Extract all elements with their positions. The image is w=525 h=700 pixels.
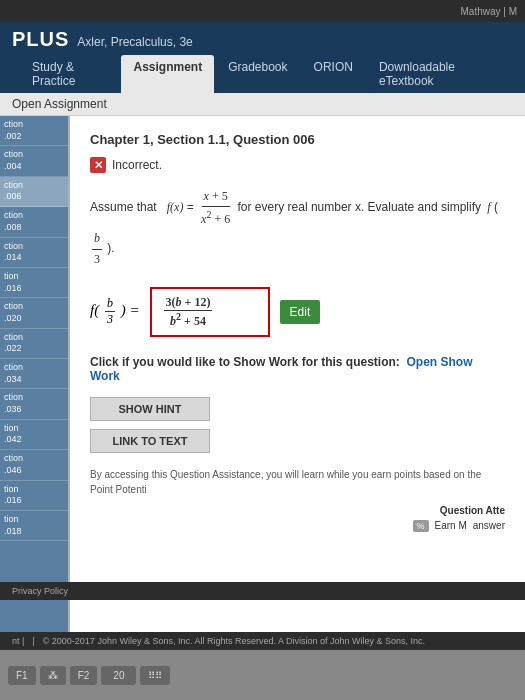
- equals-sign: =: [187, 200, 197, 214]
- answer-den: b2 + 54: [168, 311, 208, 329]
- header: PLUS Axler, Precalculus, 3e Study & Prac…: [0, 22, 525, 93]
- logo: PLUS: [12, 28, 69, 51]
- sidebar-item-14[interactable]: tion.018: [0, 511, 68, 541]
- header-subtitle: Axler, Precalculus, 3e: [77, 33, 192, 55]
- nav-assignment[interactable]: Assignment: [121, 55, 214, 93]
- paren-open: (: [494, 200, 498, 214]
- assume-text: Assume that: [90, 200, 163, 214]
- incorrect-banner: ✕ Incorrect.: [90, 157, 505, 173]
- link-to-text-button[interactable]: LINK TO TEXT: [90, 429, 210, 453]
- answer-label-fraction: b 3: [105, 296, 115, 327]
- eval-den: 3: [92, 250, 102, 269]
- key-f1[interactable]: F1: [8, 666, 36, 685]
- nav-orion[interactable]: ORION: [302, 55, 365, 93]
- earn-label: Earn M: [435, 520, 467, 531]
- frac-denominator: x2 + 6: [199, 207, 232, 229]
- question-attr: Question Atte: [90, 505, 505, 516]
- frac-numerator: x + 5: [202, 187, 230, 207]
- pct-badge: %: [413, 520, 429, 532]
- eval-num: b: [92, 229, 102, 249]
- sidebar-item-13[interactable]: tion.016: [0, 481, 68, 511]
- nav-study-practice[interactable]: Study & Practice: [20, 55, 119, 93]
- footer-nt: nt |: [12, 636, 24, 646]
- footer-copyright: © 2000-2017 John Wiley & Sons, Inc. All …: [43, 636, 425, 646]
- evaluate-fraction: b 3: [92, 229, 102, 268]
- answer-fraction: 3(b + 12) b2 + 54: [164, 295, 213, 329]
- answer-box: 3(b + 12) b2 + 54: [150, 287, 270, 337]
- answer-box-content: 3(b + 12) b2 + 54: [162, 295, 258, 329]
- top-bar-text: Mathway | M: [461, 6, 518, 17]
- footer-pipe: |: [32, 636, 34, 646]
- sidebar-item-8[interactable]: ction.022: [0, 329, 68, 359]
- sidebar-item-5[interactable]: ction.014: [0, 238, 68, 268]
- top-bar: Mathway | M: [0, 0, 525, 22]
- show-work-text: Click if you would like to Show Work for…: [90, 355, 400, 369]
- show-work-line: Click if you would like to Show Work for…: [90, 355, 505, 383]
- keyboard: F1 ⁂ F2 20 ⠿⠿: [0, 650, 525, 700]
- nav-etextbook[interactable]: Downloadable eTextbook: [367, 55, 505, 93]
- evaluate-notation: f: [484, 200, 490, 214]
- key-num[interactable]: 20: [101, 666, 136, 685]
- key-grid[interactable]: ⠿⠿: [140, 666, 170, 685]
- answer-num: 3(b + 12): [164, 295, 213, 311]
- sidebar-item-2[interactable]: ction.004: [0, 146, 68, 176]
- point-text: By accessing this Question Assistance, y…: [90, 467, 505, 497]
- privacy-link[interactable]: Privacy Policy: [0, 582, 525, 600]
- section-label: Open Assignment: [0, 93, 525, 116]
- sidebar-item-3[interactable]: ction.006: [0, 177, 68, 207]
- sidebar-item-9[interactable]: ction.034: [0, 359, 68, 389]
- footer: nt | Privacy Policy | © 2000-2017 John W…: [0, 632, 525, 650]
- question-attr-title: Question Atte: [440, 505, 505, 516]
- for-every-text: for every real number x. Evaluate and si…: [238, 200, 481, 214]
- nav-bar: Study & Practice Assignment Gradebook OR…: [12, 55, 513, 93]
- answer-section: f( b 3 ) = 3(b + 12) b2 + 54 Edit: [90, 283, 505, 341]
- key-special[interactable]: ⁂: [40, 666, 66, 685]
- key-f2[interactable]: F2: [70, 666, 98, 685]
- sidebar-item-1[interactable]: ction.002: [0, 116, 68, 146]
- chapter-title: Chapter 1, Section 1.1, Question 006: [90, 132, 505, 147]
- answer-label: f( b 3 ) =: [90, 296, 140, 327]
- answer-label-2: answer: [473, 520, 505, 531]
- sidebar-item-6[interactable]: tion.016: [0, 268, 68, 298]
- paren-close: ).: [107, 241, 114, 255]
- sidebar-item-12[interactable]: ction.046: [0, 450, 68, 480]
- sidebar-item-10[interactable]: ction.036: [0, 389, 68, 419]
- edit-button[interactable]: Edit: [280, 300, 321, 324]
- sidebar-item-7[interactable]: ction.020: [0, 298, 68, 328]
- incorrect-text: Incorrect.: [112, 158, 162, 172]
- x-icon: ✕: [90, 157, 106, 173]
- hint-button[interactable]: SHOW HINT: [90, 397, 210, 421]
- sidebar-item-4[interactable]: ction.008: [0, 207, 68, 237]
- sidebar-item-11[interactable]: tion.042: [0, 420, 68, 450]
- earn-row: % Earn M answer: [90, 520, 505, 532]
- function-notation: f(x): [167, 200, 184, 214]
- nav-gradebook[interactable]: Gradebook: [216, 55, 299, 93]
- problem-text: Assume that f(x) = x + 5 x2 + 6 for ever…: [90, 187, 505, 269]
- function-fraction: x + 5 x2 + 6: [199, 187, 232, 229]
